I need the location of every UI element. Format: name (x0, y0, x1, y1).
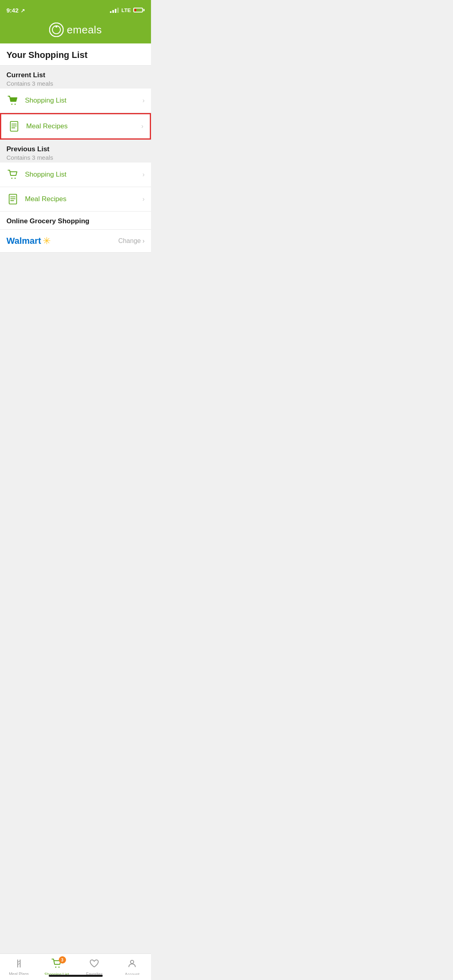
app-name: emeals (67, 24, 102, 36)
chevron-right-icon-5: › (143, 237, 145, 245)
previous-meal-recipes-label: Meal Recipes (25, 195, 143, 203)
status-time: 9:42 (6, 7, 25, 14)
walmart-row[interactable]: Walmart ✳ Change › (0, 230, 151, 253)
walmart-text: Walmart (6, 236, 41, 246)
cart-icon-2 (6, 168, 19, 181)
walmart-logo: Walmart ✳ (6, 235, 51, 247)
svg-point-10 (14, 178, 16, 179)
current-shopping-list-label: Shopping List (25, 97, 143, 105)
previous-shopping-list-item[interactable]: Shopping List › (0, 163, 151, 187)
previous-meal-recipes-item[interactable]: Meal Recipes › (0, 187, 151, 212)
location-arrow-icon (21, 7, 25, 14)
chevron-right-icon-2: › (141, 123, 143, 130)
recipe-icon (8, 120, 21, 133)
chevron-right-icon-4: › (143, 196, 145, 203)
page-title-section: Your Shopping List (0, 43, 151, 66)
previous-list-subtitle: Contains 3 meals (6, 154, 145, 161)
previous-list-title: Previous List (6, 145, 145, 153)
online-grocery-title: Online Grocery Shopping (6, 217, 145, 225)
emeals-logo-icon (49, 23, 64, 37)
chevron-right-icon-3: › (143, 171, 145, 178)
app-header: emeals (0, 18, 151, 43)
current-list-header: Current List Contains 3 meals (0, 66, 151, 89)
chevron-right-icon: › (143, 97, 145, 104)
previous-shopping-list-label: Shopping List (25, 171, 143, 179)
gray-filler (0, 253, 151, 325)
previous-list-header: Previous List Contains 3 meals (0, 140, 151, 163)
page-title: Your Shopping List (6, 50, 145, 60)
current-shopping-list-item[interactable]: Shopping List › (0, 89, 151, 113)
walmart-spark-icon: ✳ (43, 235, 51, 247)
current-meal-recipes-label: Meal Recipes (26, 122, 141, 130)
online-grocery-header: Online Grocery Shopping (0, 212, 151, 230)
status-bar: 9:42 LTE (0, 0, 151, 18)
change-label: Change (118, 237, 141, 245)
svg-point-3 (11, 104, 12, 105)
current-meal-recipes-item[interactable]: Meal Recipes › (0, 113, 151, 140)
current-list-title: Current List (6, 71, 145, 79)
recipe-icon-2 (6, 193, 19, 206)
svg-point-2 (56, 26, 58, 28)
signal-icon (110, 8, 119, 13)
status-right: LTE (110, 7, 145, 13)
online-grocery-section: Online Grocery Shopping Walmart ✳ Change… (0, 212, 151, 253)
svg-point-0 (50, 23, 63, 37)
svg-point-4 (14, 104, 16, 105)
current-list-subtitle: Contains 3 meals (6, 80, 145, 87)
cart-icon (6, 94, 19, 107)
battery-icon (133, 8, 145, 12)
change-store-button[interactable]: Change › (118, 237, 145, 245)
lte-label: LTE (121, 7, 131, 13)
svg-point-9 (11, 178, 12, 179)
